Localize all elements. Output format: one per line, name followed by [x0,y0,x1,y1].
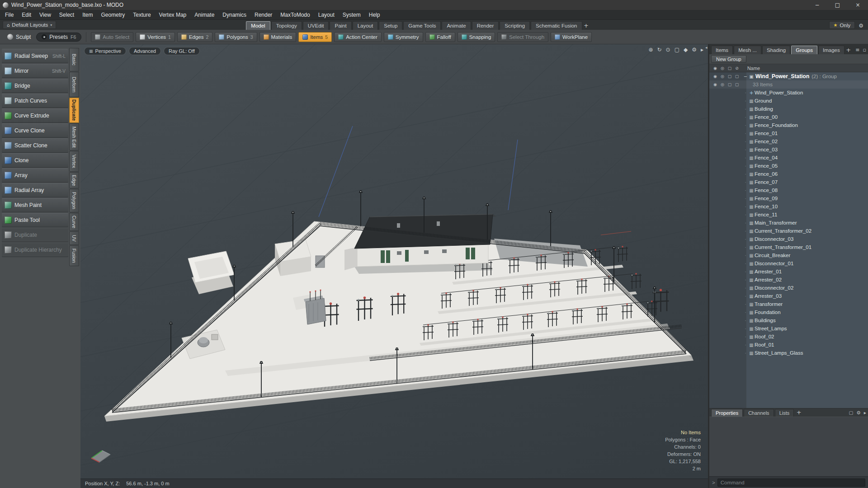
tool-tab-mesh-edit[interactable]: Mesh Edit [69,123,79,150]
tree-item-disconnector-02[interactable]: ·▦Disconnector_02 [709,284,868,292]
tool-clone[interactable]: Clone [2,153,68,168]
panel-menu-icon[interactable]: ≡ [855,47,859,53]
layout-tab-setup[interactable]: Setup [379,21,402,30]
mode-button-vertices[interactable]: Vertices1 [136,32,175,42]
menu-item-view[interactable]: View [35,10,55,19]
viewport-chevron-icon[interactable]: ▸ [701,47,703,53]
tree-item-fence-07[interactable]: ·▦Fence_07 [709,178,868,186]
tree-item-street-lamps[interactable]: ·▦Street_Lamps [709,324,868,333]
tool-tab-basic[interactable]: Basic [69,48,79,71]
menu-item-select[interactable]: Select [55,10,78,19]
tool-tab-edge[interactable]: Edge [69,172,79,188]
tree-item-ground[interactable]: ·▦Ground [709,97,868,105]
layout-tab-paint[interactable]: Paint [330,21,351,30]
menu-item-geometry[interactable]: Geometry [97,10,129,19]
select-toggle-icon[interactable]: ▢ [727,74,732,79]
tree-item-fence-02[interactable]: ·▦Fence_02 [709,137,868,145]
gear-icon[interactable]: ⚙ [859,23,863,29]
close-button[interactable]: × [848,0,868,10]
menu-item-layout[interactable]: Layout [314,10,339,19]
tree-item-current-transformer-01[interactable]: ·▦Current_Transformer_01 [709,243,868,251]
tool-tab-duplicate[interactable]: Duplicate [69,98,79,123]
tree-item-fence-06[interactable]: ·▦Fence_06 [709,170,868,178]
group-count-row[interactable]: ◉◎▢▢33 Items [709,80,868,89]
tree-item-roof-01[interactable]: ·▦Roof_01 [709,341,868,349]
shading-mode-button[interactable]: Advanced [129,47,161,55]
minimize-button[interactable]: − [807,0,827,10]
layout-tab-layout[interactable]: Layout [353,21,378,30]
mode-button-workplane[interactable]: WorkPlane [551,32,592,42]
tool-curve-clone[interactable]: Curve Clone [2,123,68,138]
tool-tab-vertex[interactable]: Vertex [69,151,79,172]
panel-tab-groups[interactable]: Groups [791,46,817,54]
bottom-frame-icon[interactable]: ▢ [849,410,853,415]
menu-item-edit[interactable]: Edit [18,10,35,19]
only-button[interactable]: ★ Only [829,21,855,29]
tree-item-wind-power-station[interactable]: ·+Wind_Power_Station [709,89,868,97]
mode-button-snapping[interactable]: Snapping [458,32,495,42]
group-row[interactable]: ◉◎▢▢−▣Wind_Power_Station(2) : Group [709,72,868,80]
eye-column-icon[interactable]: ◉ [713,66,717,70]
tool-paste-tool[interactable]: Paste Tool [2,213,68,227]
select-column-icon[interactable]: ▢ [727,66,732,70]
tool-array[interactable]: Array [2,168,68,183]
render-toggle-icon[interactable]: ◎ [720,82,725,87]
tree-item-fence-11[interactable]: ·▦Fence_11 [709,211,868,219]
viewport-gear-icon[interactable]: ⚙ [692,47,697,53]
collapse-toggle[interactable]: − [743,74,748,79]
menu-item-system[interactable]: System [339,10,365,19]
menu-item-file[interactable]: File [1,10,18,19]
layout-tab-game-tools[interactable]: Game Tools [403,21,441,30]
name-column-header[interactable]: Name [747,66,760,71]
tree-item-circuit-breaker[interactable]: ·▦Circuit_Breaker [709,251,868,259]
tree-item-street-lamps-glass[interactable]: ·▦Street_Lamps_Glass [709,349,868,357]
tool-curve-extrude[interactable]: Curve Extrude [2,108,68,123]
render-column-icon[interactable]: ◎ [720,66,725,70]
tree-item-disconnector-03[interactable]: ·▦Disconnector_03 [709,235,868,243]
new-group-button[interactable]: New Group [711,55,746,63]
tree-item-fence-00[interactable]: ·▦Fence_00 [709,113,868,121]
mode-button-items[interactable]: Items5 [298,32,332,42]
lock-column-icon[interactable]: ⊘ [735,66,739,70]
bottom-gear-icon[interactable]: ⚙ [856,410,860,415]
tree-item-disconnector-01[interactable]: ·▦Disconnector_01 [709,259,868,267]
bottom-chevron-icon[interactable]: ▸ [864,410,866,415]
layout-tab-animate[interactable]: Animate [442,21,471,30]
view-mode-button[interactable]: ▦ Perspective [84,47,126,55]
render-view-icon[interactable]: ◆ [684,47,688,53]
tool-duplicate[interactable]: Duplicate [2,228,68,242]
tree-item-fence-08[interactable]: ·▦Fence_08 [709,186,868,194]
sculpt-button[interactable]: Sculpt [4,32,34,42]
tool-tab-fusion[interactable]: Fusion [69,245,79,266]
tree-item-transformer[interactable]: ·▦Transformer [709,300,868,308]
bottom-tab-lists[interactable]: Lists [775,409,794,417]
menu-item-maxtomodo[interactable]: MaxToModo [276,10,314,19]
bottom-tab-properties[interactable]: Properties [711,409,743,417]
tree-item-building[interactable]: ·▦Building [709,105,868,113]
mode-button-select-through[interactable]: Select Through [497,32,548,42]
tree-item-arrester-03[interactable]: ·▦Arrester_03 [709,292,868,300]
tool-scatter-clone[interactable]: Scatter Clone [2,138,68,153]
render-toggle-icon[interactable]: ◎ [720,74,725,79]
panel-tab-images[interactable]: Images [818,46,844,54]
lock-toggle-icon[interactable]: ▢ [735,74,739,79]
zoom-icon[interactable]: ⊙ [666,47,670,53]
layout-tab-model[interactable]: Model [246,21,270,30]
tool-radial-sweep[interactable]: Radial SweepShift-L [2,49,68,63]
orbit-icon[interactable]: ↻ [657,47,662,53]
menu-item-item[interactable]: Item [78,10,97,19]
tree-item-fence-foundation[interactable]: ·▦Fence_Foundation [709,121,868,129]
tree-item-fence-03[interactable]: ·▦Fence_03 [709,145,868,154]
tool-bridge[interactable]: Bridge [2,79,68,93]
menu-item-dynamics[interactable]: Dynamics [218,10,250,19]
tree-item-foundation[interactable]: ·▦Foundation [709,308,868,316]
mode-button-edges[interactable]: Edges2 [177,32,212,42]
pan-icon[interactable]: ⊕ [648,47,653,53]
lock-toggle-icon[interactable]: ▢ [735,82,739,87]
layout-tab-render[interactable]: Render [472,21,499,30]
tool-radial-array[interactable]: Radial Array [2,183,68,197]
tree-item-current-transformer-02[interactable]: ·▦Current_Transformer_02 [709,227,868,235]
eye-toggle-icon[interactable]: ◉ [713,74,717,79]
maximize-button[interactable]: □ [827,0,848,10]
select-toggle-icon[interactable]: ▢ [727,82,732,87]
